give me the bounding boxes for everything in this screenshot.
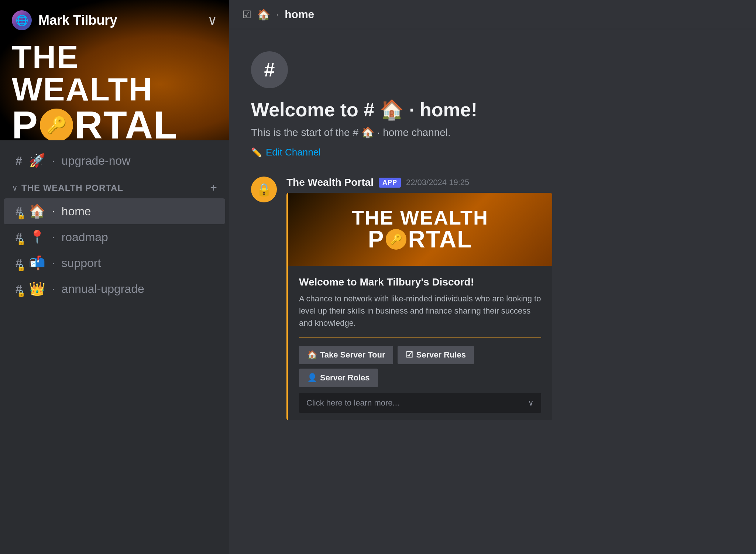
embed-banner: THE WEALTH P 🔑 RTAL	[288, 193, 552, 266]
category-label-row: ∨ THE WEALTH PORTAL	[12, 183, 123, 193]
channel-item-support[interactable]: # 🔒 📬 · support	[4, 250, 225, 276]
app-badge: APP	[379, 178, 401, 188]
topbar-dot: ·	[276, 9, 279, 20]
embed-body: Welcome to Mark Tilbury's Discord! A cha…	[288, 266, 552, 420]
embed-buttons: 🏠 Take Server Tour ☑ Server Rules 👤 Serv…	[299, 346, 541, 387]
channel-lock-hash-roadmap: # 🔒	[16, 230, 22, 244]
channel-dot-annual: ·	[52, 283, 55, 295]
banner-text-wealth: THE WEALTH	[12, 41, 217, 106]
channel-emoji-home: 🏠	[29, 204, 45, 219]
banner-text-rtal: RTAL	[75, 106, 178, 140]
welcome-title-post: · home!	[409, 99, 477, 120]
channel-dot: ·	[52, 155, 55, 167]
avatar-emoji: 🔒	[256, 182, 272, 197]
server-header-row: 🌐 Mark Tilbury ∨	[12, 10, 217, 30]
edit-channel-label: Edit Channel	[266, 147, 321, 158]
channel-dot-support: ·	[52, 257, 55, 269]
server-rules-button[interactable]: ☑ Server Rules	[398, 346, 474, 364]
channel-name-annual-upgrade: annual-upgrade	[62, 282, 144, 296]
welcome-hash-circle: #	[251, 51, 288, 88]
embed-lock-icon: 🔑	[386, 229, 406, 250]
channel-item-home[interactable]: # 🔒 🏠 · home	[4, 198, 225, 224]
dropdown-chevron-icon: ∨	[528, 398, 534, 408]
welcome-title-emoji: 🏠	[380, 99, 409, 120]
server-roles-button[interactable]: 👤 Server Roles	[299, 369, 378, 387]
banner-logo: THE WEALTH P 🔑 RTAL	[12, 41, 217, 140]
category-name: THE WEALTH PORTAL	[21, 183, 123, 193]
take-server-tour-button[interactable]: 🏠 Take Server Tour	[299, 346, 393, 364]
edit-channel-button[interactable]: ✏️ Edit Channel	[251, 147, 321, 158]
message-row: 🔒 The Wealth Portal APP 22/03/2024 19:25…	[251, 177, 734, 420]
server-rules-icon: ☑	[406, 350, 413, 360]
channel-name-support: support	[62, 256, 101, 270]
server-banner: 🌐 Mark Tilbury ∨ THE WEALTH P 🔑 RTAL	[0, 0, 229, 140]
server-dropdown-chevron[interactable]: ∨	[207, 13, 217, 28]
edit-pencil-icon: ✏️	[251, 147, 262, 158]
messages-area: 🔒 The Wealth Portal APP 22/03/2024 19:25…	[229, 169, 756, 554]
topbar-house-emoji: 🏠	[257, 8, 270, 21]
channel-name-home: home	[62, 205, 91, 218]
channel-hash-icon: #	[16, 154, 22, 168]
channel-dot-roadmap: ·	[52, 231, 55, 243]
embed-title: Welcome to Mark Tilbury's Discord!	[299, 276, 541, 288]
server-name-row[interactable]: 🌐 Mark Tilbury	[12, 10, 117, 30]
message-body: The Wealth Portal APP 22/03/2024 19:25 T…	[286, 177, 734, 420]
portal-lock-icon: 🔑	[40, 109, 73, 141]
channel-emoji-support: 📬	[29, 255, 45, 271]
embed-portal-rtal: RTAL	[408, 228, 472, 251]
channel-lock-hash-home: # 🔒	[16, 205, 22, 218]
server-roles-label: Server Roles	[320, 373, 370, 383]
channel-item-upgrade-now[interactable]: # 🚀 · upgrade-now	[4, 148, 225, 174]
channel-item-roadmap[interactable]: # 🔒 📍 · roadmap	[4, 224, 225, 250]
server-icon: 🌐	[12, 10, 32, 30]
channel-list: # 🚀 · upgrade-now ∨ THE WEALTH PORTAL + …	[0, 140, 229, 554]
embed-description: A chance to network with like-minded ind…	[299, 293, 541, 329]
embed-dropdown-placeholder: Click here to learn more...	[306, 398, 399, 408]
embed-portal-row: P 🔑 RTAL	[306, 228, 534, 251]
welcome-title-pre: Welcome to #	[251, 99, 374, 120]
category-chevron-icon: ∨	[12, 183, 18, 193]
server-rules-label: Server Rules	[416, 350, 466, 360]
banner-portal-row: P 🔑 RTAL	[12, 106, 217, 140]
server-tour-icon: 🏠	[307, 350, 317, 360]
welcome-area: # Welcome to # 🏠 · home! This is the sta…	[229, 29, 756, 169]
server-roles-icon: 👤	[307, 373, 317, 383]
message-timestamp: 22/03/2024 19:25	[406, 178, 469, 187]
channel-name-roadmap: roadmap	[62, 230, 108, 244]
banner-content: 🌐 Mark Tilbury ∨ THE WEALTH P 🔑 RTAL	[0, 0, 229, 140]
embed-banner-text-wealth: THE WEALTH	[306, 208, 534, 228]
channel-dot-home: ·	[52, 205, 55, 217]
channel-emoji-annual-upgrade: 👑	[29, 281, 45, 297]
category-row-wealth-portal[interactable]: ∨ THE WEALTH PORTAL +	[0, 174, 229, 198]
channel-name-upgrade-now: upgrade-now	[62, 154, 131, 168]
channel-lock-hash-annual: # 🔒	[16, 282, 22, 296]
welcome-title: Welcome to # 🏠 · home!	[251, 99, 734, 121]
category-add-channel-button[interactable]: +	[210, 181, 217, 195]
channel-lock-hash-support: # 🔒	[16, 256, 22, 270]
topbar-checkbox-icon: ☑	[242, 8, 251, 21]
message-author: The Wealth Portal	[286, 177, 374, 188]
embed-dropdown[interactable]: Click here to learn more... ∨	[299, 393, 541, 413]
channel-emoji-roadmap: 📍	[29, 229, 45, 245]
banner-text-p: P	[12, 106, 38, 140]
message-avatar: 🔒	[251, 177, 277, 202]
sidebar: 🌐 Mark Tilbury ∨ THE WEALTH P 🔑 RTAL # 🚀	[0, 0, 229, 554]
server-name: Mark Tilbury	[38, 13, 117, 28]
embed-portal-p: P	[368, 228, 385, 251]
embed-card: THE WEALTH P 🔑 RTAL Welcome to Mark Tilb…	[286, 193, 552, 420]
topbar-channel-name: home	[285, 8, 314, 21]
embed-divider	[299, 337, 541, 338]
channel-topbar: ☑ 🏠 · home	[229, 0, 756, 29]
channel-item-annual-upgrade[interactable]: # 🔒 👑 · annual-upgrade	[4, 276, 225, 302]
main-content: ☑ 🏠 · home # Welcome to # 🏠 · home! This…	[229, 0, 756, 554]
channel-emoji-upgrade-now: 🚀	[29, 153, 45, 168]
message-meta: The Wealth Portal APP 22/03/2024 19:25	[286, 177, 734, 188]
server-icon-emoji: 🌐	[16, 14, 28, 27]
welcome-description: This is the start of the # 🏠 · home chan…	[251, 126, 734, 138]
server-tour-label: Take Server Tour	[320, 350, 385, 360]
